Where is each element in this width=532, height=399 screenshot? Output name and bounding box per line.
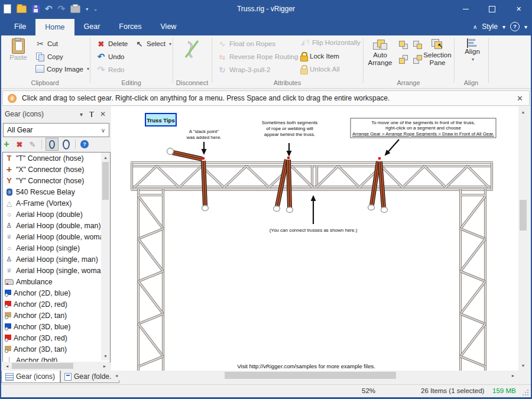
style-dropdown-icon[interactable]: ▾: [502, 24, 505, 30]
maximize-button[interactable]: [479, 0, 505, 18]
gear-item[interactable]: "X" Connector (hose): [3, 164, 110, 175]
panel-close-icon[interactable]: ✕: [100, 110, 106, 118]
edit-gear-icon[interactable]: ✎: [27, 139, 38, 150]
open-file-icon[interactable]: [17, 5, 27, 13]
scroll-left-icon[interactable]: ◄: [4, 362, 11, 370]
gear-item[interactable]: Anchor (3D, blue): [3, 321, 110, 332]
copy-image-button[interactable]: Copy Image▾: [35, 65, 89, 73]
carabiner-large-icon[interactable]: [61, 139, 72, 150]
canvas-vscrollbar[interactable]: ▲ ▼: [518, 106, 528, 371]
gear-list-vscrollbar[interactable]: ▲ ▼: [101, 153, 110, 361]
scroll-thumb[interactable]: [102, 162, 109, 200]
gear-item[interactable]: Aerial Hoop (single, man): [3, 254, 110, 265]
gear-item[interactable]: Aerial Hoop (double): [3, 209, 110, 220]
gear-item[interactable]: Anchor (2D, blue): [3, 287, 110, 299]
carabiner-small-icon[interactable]: [46, 138, 59, 151]
truss-structure[interactable]: [131, 163, 493, 371]
paste-button[interactable]: Paste: [6, 38, 31, 61]
delete-gear-icon[interactable]: ✖: [14, 139, 25, 150]
help-dropdown-icon[interactable]: ▾: [524, 24, 527, 30]
tab-gear[interactable]: Gear: [74, 18, 110, 35]
undo-icon[interactable]: ↶: [45, 5, 53, 13]
tab-view[interactable]: View: [151, 18, 186, 35]
scroll-up-icon[interactable]: ▲: [101, 154, 110, 161]
scroll-down-icon[interactable]: ▼: [101, 352, 110, 359]
gear-item[interactable]: A-Frame (Vortex): [3, 197, 110, 209]
gear-item[interactable]: Ambulance: [3, 276, 110, 287]
print-dropdown-icon[interactable]: ▾: [86, 7, 88, 12]
scroll-thumb[interactable]: [12, 363, 73, 369]
scroll-thumb[interactable]: [520, 200, 527, 231]
quick-access-toolbar: ↶ ↷ ▾ ⌄: [4, 2, 98, 15]
add-gear-icon[interactable]: +: [1, 139, 12, 150]
canvas-hscrollbar[interactable]: ◄ ►: [111, 371, 518, 380]
new-file-icon[interactable]: [4, 4, 11, 14]
tab-forces[interactable]: Forces: [109, 18, 151, 35]
close-button[interactable]: ✕: [505, 0, 532, 18]
reverse-rope-routing-button[interactable]: Reverse Rope Routing: [218, 52, 298, 61]
scroll-up-icon[interactable]: ▲: [518, 108, 528, 115]
scroll-thumb[interactable]: [225, 372, 396, 379]
gear-filter-combo[interactable]: All Gear ∨: [3, 123, 109, 137]
pin-icon[interactable]: [89, 112, 94, 117]
sometimes-note-line2: of rope or webbing will: [266, 126, 313, 131]
resize-grip[interactable]: [523, 390, 528, 395]
move-note-line1: To move one of the segments in front of …: [371, 120, 475, 125]
gear-item[interactable]: Aerial Hoop (double, woma: [3, 231, 110, 242]
scroll-down-icon[interactable]: ▼: [518, 362, 528, 369]
send-to-back-button[interactable]: [411, 53, 423, 64]
help-icon[interactable]: ?: [510, 22, 520, 31]
gear-item-label: Anchor (3D, blue): [14, 323, 70, 331]
auto-arrange-button[interactable]: Auto Arrange: [366, 38, 394, 67]
select-button[interactable]: Select▾: [135, 39, 171, 48]
redo-button[interactable]: Redo: [96, 65, 125, 74]
help-icon-panel[interactable]: ?: [80, 140, 89, 148]
redo-icon[interactable]: ↷: [58, 5, 66, 13]
customize-qat-icon[interactable]: ⌄: [93, 7, 98, 12]
scroll-right-icon[interactable]: ►: [101, 362, 108, 370]
tab-file[interactable]: File: [5, 18, 35, 35]
bring-to-front-button[interactable]: [411, 39, 423, 50]
delete-button[interactable]: Delete: [96, 39, 128, 48]
disconnect-button[interactable]: [177, 39, 207, 60]
cut-button[interactable]: Cut: [35, 39, 58, 48]
gear-item[interactable]: Aerial Hoop (single, womar: [3, 265, 110, 276]
gear-item[interactable]: Anchor (2D, red): [3, 299, 110, 310]
sometimes-note-line3: appear behind the truss.: [264, 132, 315, 137]
gear-item[interactable]: "T" Connector (hose): [3, 153, 110, 164]
style-menu[interactable]: Style: [482, 22, 498, 31]
workspace-canvas[interactable]: Truss Tips A "slack point" was added her…: [111, 106, 518, 371]
gear-list-hscrollbar[interactable]: ◄ ►: [2, 362, 109, 370]
wrap-3-pull-2-button[interactable]: Wrap-3-pull-2: [218, 65, 270, 74]
unlock-all-button[interactable]: Unlock All: [300, 65, 340, 73]
gear-item[interactable]: Aerial Hoop (double, man): [3, 220, 110, 231]
tab-home[interactable]: Home: [35, 19, 74, 35]
panel-tab-gear-icons[interactable]: Gear (icons): [1, 371, 60, 383]
scroll-right-icon[interactable]: ►: [510, 371, 517, 380]
scroll-left-icon[interactable]: ◄: [113, 371, 120, 380]
gear-item[interactable]: Aerial Hoop (single): [3, 242, 110, 254]
save-icon[interactable]: [32, 5, 40, 13]
float-on-ropes-button[interactable]: Float on Ropes: [218, 39, 275, 48]
copy-button[interactable]: Copy: [35, 52, 63, 61]
gear-item[interactable]: "Y" Connector (hose): [3, 175, 110, 186]
minimize-button[interactable]: [452, 0, 479, 18]
lock-item-button[interactable]: Lock Item: [300, 52, 339, 60]
gear-item[interactable]: Anchor (2D, tan): [3, 310, 110, 321]
gear-item[interactable]: Anchor (3D, red): [3, 332, 110, 343]
message-bar-close-icon[interactable]: ✕: [517, 94, 523, 103]
send-backward-button[interactable]: [397, 53, 409, 64]
print-icon[interactable]: [70, 5, 80, 13]
collapse-ribbon-icon[interactable]: ∧: [473, 24, 477, 30]
bring-forward-button[interactable]: [397, 39, 409, 50]
gear-item[interactable]: Anchor (3D, tan): [3, 343, 110, 355]
flip-horizontally-button[interactable]: Flip Horizontally: [300, 39, 361, 46]
undo-button[interactable]: Undo: [96, 52, 125, 61]
gear-item[interactable]: 540 Rescue Belay: [3, 186, 110, 197]
panel-tab-gear-folders[interactable]: Gear (folde...: [60, 371, 119, 383]
selection-pane-button[interactable]: ↖ Selection Pane: [423, 38, 452, 67]
gear-item-label: Ambulance: [16, 278, 53, 286]
panel-menu-icon[interactable]: ▾: [80, 111, 83, 118]
align-button[interactable]: Align ▾: [460, 38, 485, 63]
move-note-arrow: [385, 140, 399, 155]
